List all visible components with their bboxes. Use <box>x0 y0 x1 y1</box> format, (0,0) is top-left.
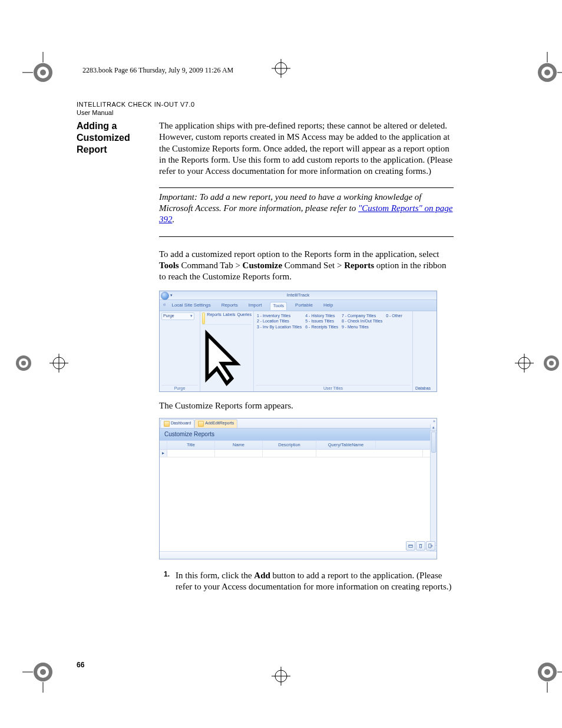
s1-a: In this form, click the <box>176 571 254 580</box>
section-heading: Adding a Customized Report <box>77 120 147 156</box>
p2-tools: Tools <box>159 261 179 270</box>
crop-mark-tl <box>22 52 64 93</box>
customize-queries-label[interactable]: Queries <box>237 312 252 318</box>
cursor-icon <box>202 388 252 392</box>
title-5[interactable]: 5 - Issues Titles <box>305 319 338 324</box>
step-1: 1. In this form, click the Add button to… <box>159 570 454 592</box>
reg-mark-left-inner <box>47 351 71 375</box>
svg-point-17 <box>544 669 550 675</box>
purge-group-label: Purge <box>161 385 198 391</box>
customize-labels-label[interactable]: Labels <box>223 312 236 318</box>
customize-reports-form-screenshot: Dashboard AddEditReports × Customize Rep… <box>159 418 437 559</box>
scrollbar-thumb[interactable] <box>431 431 436 453</box>
title-6[interactable]: 6 - Receipts Titles <box>305 325 338 330</box>
crf-cell-name[interactable] <box>215 450 263 457</box>
crf-tab-dashboard-label: Dashboard <box>171 421 191 426</box>
svg-point-26 <box>16 355 31 371</box>
p2-reports: Reports <box>344 261 374 270</box>
crf-header-description[interactable]: Description <box>263 441 316 449</box>
chevron-down-icon: ▾ <box>190 314 193 319</box>
office-orb-icon[interactable] <box>161 292 169 300</box>
tab-help[interactable]: Help <box>321 302 335 309</box>
svg-point-2 <box>40 70 46 75</box>
title-2[interactable]: 2 - Location Titles <box>257 319 302 324</box>
row-selector-icon[interactable]: ▸ <box>160 450 167 457</box>
crf-tab-dashboard[interactable]: Dashboard <box>160 419 194 428</box>
title-8[interactable]: 8 - Check In/Out Titles <box>342 319 382 324</box>
s1-add: Add <box>254 571 270 580</box>
svg-point-1 <box>37 67 49 78</box>
svg-point-35 <box>544 355 559 371</box>
purge-dropdown[interactable]: Purge ▾ <box>161 312 194 320</box>
vertical-scrollbar[interactable]: ▴ ▾ <box>430 424 437 552</box>
note-rule-bot <box>159 236 454 237</box>
crop-mark-bl <box>22 651 64 693</box>
svg-point-28 <box>21 361 26 365</box>
ribbon-app-title: IntelliTrack <box>287 292 309 298</box>
tab-tools[interactable]: Tools <box>270 302 287 309</box>
svg-point-5 <box>538 63 557 82</box>
database-label[interactable]: Databas <box>415 386 435 391</box>
customize-reports-label[interactable]: Reports <box>207 312 222 318</box>
title-7[interactable]: 7 - Company Titles <box>342 314 382 318</box>
crf-header-query[interactable]: Query/TableName <box>316 441 376 449</box>
crf-tab-addeditreports[interactable]: AddEditReports <box>194 419 237 428</box>
tab-local-site-settings[interactable]: Local Site Settings <box>169 302 213 309</box>
step-1-number: 1. <box>159 570 170 592</box>
ribbon-group-database: Databas <box>413 311 437 392</box>
note-rule-top <box>159 187 454 188</box>
instruction-paragraph: To add a customized report option to the… <box>159 249 454 283</box>
svg-point-6 <box>541 67 553 78</box>
crf-tab-strip: Dashboard AddEditReports × <box>160 419 437 429</box>
p2-e: Command Set > <box>282 261 344 270</box>
svg-point-29 <box>53 357 65 369</box>
tab-portable[interactable]: Portable <box>293 302 315 309</box>
scroll-up-icon[interactable]: ▴ <box>431 424 437 431</box>
running-header: 2283.book Page 66 Thursday, July 9, 2009… <box>82 66 233 75</box>
svg-point-10 <box>34 663 52 681</box>
crf-cell-description[interactable] <box>263 450 316 457</box>
svg-point-36 <box>547 358 556 368</box>
ribbon-tab-strip: e Local Site Settings Reports Import Too… <box>160 300 437 311</box>
crf-header-title[interactable]: Title <box>167 441 215 449</box>
svg-point-0 <box>34 63 52 82</box>
qat-dropdown-icon[interactable]: ▾ <box>170 293 173 298</box>
crf-cell-title[interactable] <box>167 450 215 457</box>
doc-product-line: INTELLITRACK CHECK IN-OUT V7.0 <box>77 100 454 108</box>
p2-a: To add a customized report option to the… <box>159 249 439 259</box>
record-navigator[interactable] <box>160 551 437 559</box>
customize-reports-button[interactable] <box>202 312 205 324</box>
tab-reports[interactable]: Reports <box>219 302 240 309</box>
tab-import[interactable]: Import <box>246 302 265 309</box>
crf-new-row[interactable]: ▸ <box>160 450 437 457</box>
important-note-tail: . <box>173 215 175 224</box>
title-1[interactable]: 1 - Inventory Titles <box>257 314 302 318</box>
reg-mark-left-outer <box>12 351 35 375</box>
title-0[interactable]: 0 - Other <box>386 314 402 318</box>
close-icon[interactable]: × <box>433 419 435 424</box>
add-button[interactable] <box>406 541 415 551</box>
delete-button[interactable] <box>416 541 425 551</box>
svg-rect-40 <box>419 544 421 548</box>
ribbon-titlebar: ▾ IntelliTrack <box>160 291 437 300</box>
exit-button[interactable] <box>426 541 435 551</box>
title-4[interactable]: 4 - History Titles <box>305 314 338 318</box>
doc-manual-line: User Manual <box>77 108 454 117</box>
p2-customize: Customize <box>243 261 283 270</box>
svg-point-27 <box>19 358 28 368</box>
crf-header-selector <box>160 441 167 449</box>
crf-cell-query[interactable] <box>316 450 423 457</box>
title-3[interactable]: 3 - Inv By Location Titles <box>257 325 302 330</box>
crop-mark-tr <box>527 52 562 93</box>
svg-point-12 <box>40 669 46 675</box>
crop-mark-br <box>527 651 562 693</box>
svg-point-37 <box>549 361 554 365</box>
ribbon-group-user-titles: 1 - Inventory Titles 2 - Location Titles… <box>254 311 413 392</box>
intro-paragraph: The application ships with pre-defined r… <box>159 120 454 177</box>
crf-header-name[interactable]: Name <box>215 441 263 449</box>
ribbon-screenshot: ▾ IntelliTrack e Local Site Settings Rep… <box>159 291 437 392</box>
ribbon-group-purge: Purge ▾ Purge <box>160 311 200 392</box>
title-9[interactable]: 9 - Menu Titles <box>342 325 382 330</box>
form-icon <box>198 421 204 427</box>
reg-mark-right-inner <box>513 351 536 375</box>
